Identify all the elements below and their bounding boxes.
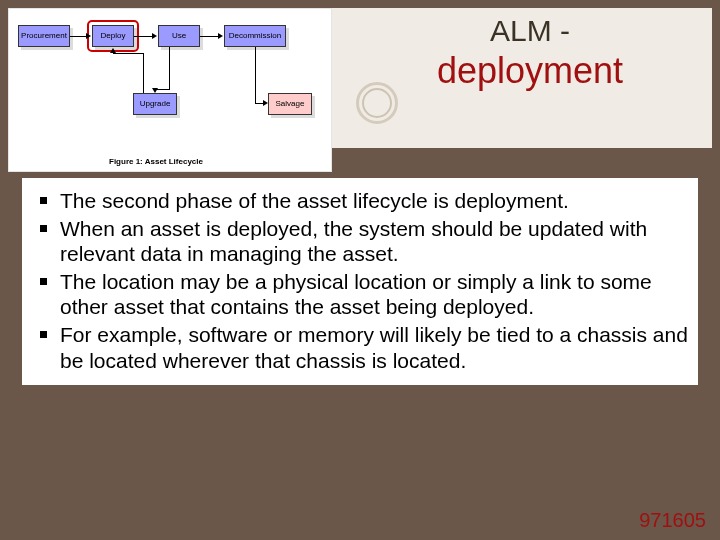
content-panel: The second phase of the asset lifecycle … — [22, 178, 698, 385]
node-upgrade: Upgrade — [133, 93, 177, 115]
figure-caption: Figure 1: Asset Lifecycle — [109, 157, 203, 166]
node-label: Procurement — [21, 32, 67, 41]
slide-title: ALM - deployment — [380, 14, 680, 92]
list-item: The location may be a physical location … — [30, 269, 688, 320]
node-decommission: Decommission — [224, 25, 286, 47]
list-item: The second phase of the asset lifecycle … — [30, 188, 688, 214]
slide-number: 971605 — [639, 509, 706, 532]
list-item: For example, software or memory will lik… — [30, 322, 688, 373]
bullet-text: For example, software or memory will lik… — [60, 323, 688, 372]
asset-lifecycle-diagram: Procurement Deploy Use Decommission Upgr… — [8, 8, 332, 172]
node-label: Decommission — [229, 32, 281, 41]
node-use: Use — [158, 25, 200, 47]
node-label: Upgrade — [140, 100, 171, 109]
node-salvage: Salvage — [268, 93, 312, 115]
title-line-2: deployment — [380, 50, 680, 92]
node-label: Salvage — [276, 100, 305, 109]
list-item: When an asset is deployed, the system sh… — [30, 216, 688, 267]
bullet-text: When an asset is deployed, the system sh… — [60, 217, 647, 266]
title-line-1: ALM - — [380, 14, 680, 48]
node-label: Use — [172, 32, 186, 41]
bullet-text: The location may be a physical location … — [60, 270, 652, 319]
bullet-list: The second phase of the asset lifecycle … — [30, 188, 688, 373]
bullet-text: The second phase of the asset lifecycle … — [60, 189, 569, 212]
node-procurement: Procurement — [18, 25, 70, 47]
